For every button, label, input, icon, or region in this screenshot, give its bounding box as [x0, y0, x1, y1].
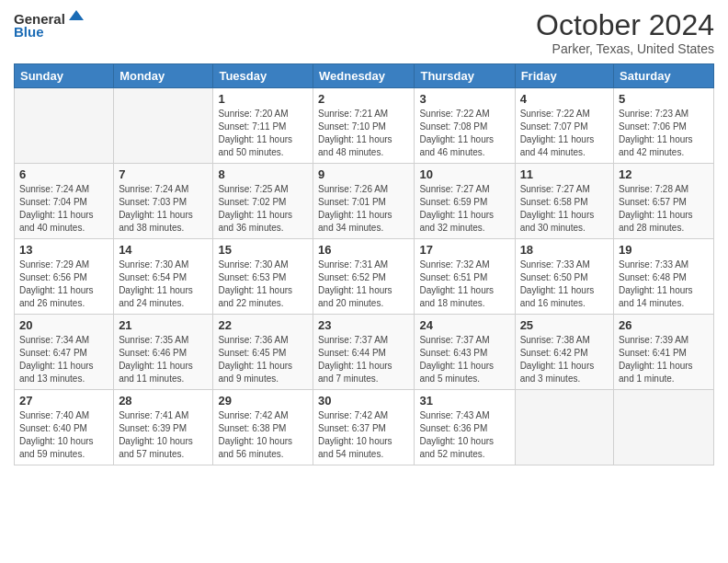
col-monday: Monday	[114, 64, 213, 88]
day-info: Sunrise: 7:23 AMSunset: 7:06 PMDaylight:…	[619, 108, 709, 159]
calendar-table: Sunday Monday Tuesday Wednesday Thursday…	[14, 63, 714, 465]
calendar-cell	[614, 390, 714, 465]
col-wednesday: Wednesday	[313, 64, 415, 88]
calendar-cell: 23Sunrise: 7:37 AMSunset: 6:44 PMDayligh…	[313, 315, 415, 390]
day-number: 20	[19, 318, 108, 332]
calendar-cell	[114, 88, 213, 164]
day-info: Sunrise: 7:32 AMSunset: 6:51 PMDaylight:…	[419, 259, 509, 310]
main-title: October 2024	[536, 9, 714, 41]
day-number: 2	[318, 92, 409, 106]
day-info: Sunrise: 7:30 AMSunset: 6:53 PMDaylight:…	[218, 259, 308, 310]
day-number: 21	[119, 318, 208, 332]
day-info: Sunrise: 7:43 AMSunset: 6:36 PMDaylight:…	[419, 409, 509, 461]
day-info: Sunrise: 7:41 AMSunset: 6:39 PMDaylight:…	[119, 409, 208, 461]
calendar-cell: 10Sunrise: 7:27 AMSunset: 6:59 PMDayligh…	[415, 164, 515, 239]
day-info: Sunrise: 7:33 AMSunset: 6:48 PMDaylight:…	[619, 259, 709, 310]
day-number: 18	[520, 243, 609, 257]
day-info: Sunrise: 7:25 AMSunset: 7:02 PMDaylight:…	[218, 183, 308, 235]
day-number: 29	[218, 394, 308, 408]
col-sunday: Sunday	[15, 64, 114, 88]
day-number: 15	[218, 243, 308, 257]
day-info: Sunrise: 7:30 AMSunset: 6:54 PMDaylight:…	[119, 259, 208, 310]
calendar-cell: 22Sunrise: 7:36 AMSunset: 6:45 PMDayligh…	[213, 315, 313, 390]
day-info: Sunrise: 7:29 AMSunset: 6:56 PMDaylight:…	[19, 259, 108, 310]
calendar-cell: 13Sunrise: 7:29 AMSunset: 6:56 PMDayligh…	[15, 239, 114, 315]
calendar-cell: 30Sunrise: 7:42 AMSunset: 6:37 PMDayligh…	[313, 390, 415, 465]
calendar-cell: 18Sunrise: 7:33 AMSunset: 6:50 PMDayligh…	[515, 239, 613, 315]
day-info: Sunrise: 7:36 AMSunset: 6:45 PMDaylight:…	[218, 334, 308, 385]
day-number: 25	[520, 318, 609, 332]
day-info: Sunrise: 7:40 AMSunset: 6:40 PMDaylight:…	[19, 409, 108, 461]
day-info: Sunrise: 7:22 AMSunset: 7:08 PMDaylight:…	[419, 108, 509, 159]
calendar-cell: 24Sunrise: 7:37 AMSunset: 6:43 PMDayligh…	[415, 315, 515, 390]
calendar-cell	[515, 390, 613, 465]
day-number: 4	[520, 92, 609, 106]
day-number: 24	[419, 318, 509, 332]
day-number: 5	[619, 92, 709, 106]
calendar-week-row: 6Sunrise: 7:24 AMSunset: 7:04 PMDaylight…	[15, 164, 714, 239]
calendar-cell: 7Sunrise: 7:24 AMSunset: 7:03 PMDaylight…	[114, 164, 213, 239]
calendar-cell: 17Sunrise: 7:32 AMSunset: 6:51 PMDayligh…	[415, 239, 515, 315]
day-number: 8	[218, 167, 308, 181]
logo: General Blue	[14, 9, 86, 40]
day-number: 19	[619, 243, 709, 257]
day-info: Sunrise: 7:24 AMSunset: 7:03 PMDaylight:…	[119, 183, 208, 235]
day-number: 9	[318, 167, 409, 181]
calendar-cell: 20Sunrise: 7:34 AMSunset: 6:47 PMDayligh…	[15, 315, 114, 390]
day-info: Sunrise: 7:20 AMSunset: 7:11 PMDaylight:…	[218, 108, 308, 159]
day-number: 27	[19, 394, 108, 408]
day-info: Sunrise: 7:27 AMSunset: 6:59 PMDaylight:…	[419, 183, 509, 235]
calendar-cell: 29Sunrise: 7:42 AMSunset: 6:38 PMDayligh…	[213, 390, 313, 465]
col-thursday: Thursday	[415, 64, 515, 88]
calendar-cell: 21Sunrise: 7:35 AMSunset: 6:46 PMDayligh…	[114, 315, 213, 390]
day-info: Sunrise: 7:35 AMSunset: 6:46 PMDaylight:…	[119, 334, 208, 385]
day-info: Sunrise: 7:33 AMSunset: 6:50 PMDaylight:…	[520, 259, 609, 310]
calendar-cell: 14Sunrise: 7:30 AMSunset: 6:54 PMDayligh…	[114, 239, 213, 315]
calendar-cell: 5Sunrise: 7:23 AMSunset: 7:06 PMDaylight…	[614, 88, 714, 164]
day-info: Sunrise: 7:39 AMSunset: 6:41 PMDaylight:…	[619, 334, 709, 385]
calendar-cell: 6Sunrise: 7:24 AMSunset: 7:04 PMDaylight…	[15, 164, 114, 239]
logo-icon	[66, 7, 86, 28]
calendar-cell: 3Sunrise: 7:22 AMSunset: 7:08 PMDaylight…	[415, 88, 515, 164]
calendar-cell: 26Sunrise: 7:39 AMSunset: 6:41 PMDayligh…	[614, 315, 714, 390]
col-saturday: Saturday	[614, 64, 714, 88]
day-number: 16	[318, 243, 409, 257]
day-number: 23	[318, 318, 409, 332]
calendar-cell: 8Sunrise: 7:25 AMSunset: 7:02 PMDaylight…	[213, 164, 313, 239]
day-number: 22	[218, 318, 308, 332]
header: General Blue October 2024 Parker, Texas,…	[14, 9, 714, 56]
calendar-cell: 9Sunrise: 7:26 AMSunset: 7:01 PMDaylight…	[313, 164, 415, 239]
calendar-week-row: 13Sunrise: 7:29 AMSunset: 6:56 PMDayligh…	[15, 239, 714, 315]
day-number: 30	[318, 394, 409, 408]
calendar-week-row: 1Sunrise: 7:20 AMSunset: 7:11 PMDaylight…	[15, 88, 714, 164]
calendar-cell: 25Sunrise: 7:38 AMSunset: 6:42 PMDayligh…	[515, 315, 613, 390]
col-friday: Friday	[515, 64, 613, 88]
day-number: 11	[520, 167, 609, 181]
day-number: 12	[619, 167, 709, 181]
day-number: 7	[119, 167, 208, 181]
calendar-week-row: 27Sunrise: 7:40 AMSunset: 6:40 PMDayligh…	[15, 390, 714, 465]
day-info: Sunrise: 7:34 AMSunset: 6:47 PMDaylight:…	[19, 334, 108, 385]
calendar-cell: 4Sunrise: 7:22 AMSunset: 7:07 PMDaylight…	[515, 88, 613, 164]
col-tuesday: Tuesday	[213, 64, 313, 88]
calendar-cell: 31Sunrise: 7:43 AMSunset: 6:36 PMDayligh…	[415, 390, 515, 465]
calendar-cell: 1Sunrise: 7:20 AMSunset: 7:11 PMDaylight…	[213, 88, 313, 164]
day-number: 1	[218, 92, 308, 106]
calendar-cell: 15Sunrise: 7:30 AMSunset: 6:53 PMDayligh…	[213, 239, 313, 315]
day-info: Sunrise: 7:21 AMSunset: 7:10 PMDaylight:…	[318, 108, 409, 159]
day-number: 14	[119, 243, 208, 257]
day-info: Sunrise: 7:38 AMSunset: 6:42 PMDaylight:…	[520, 334, 609, 385]
calendar-cell: 12Sunrise: 7:28 AMSunset: 6:57 PMDayligh…	[614, 164, 714, 239]
day-number: 6	[19, 167, 108, 181]
calendar-header-row: Sunday Monday Tuesday Wednesday Thursday…	[15, 64, 714, 88]
svg-marker-0	[69, 10, 84, 20]
day-info: Sunrise: 7:28 AMSunset: 6:57 PMDaylight:…	[619, 183, 709, 235]
logo-blue-text: Blue	[14, 24, 44, 40]
day-number: 3	[419, 92, 509, 106]
calendar-week-row: 20Sunrise: 7:34 AMSunset: 6:47 PMDayligh…	[15, 315, 714, 390]
day-number: 31	[419, 394, 509, 408]
day-info: Sunrise: 7:31 AMSunset: 6:52 PMDaylight:…	[318, 259, 409, 310]
day-info: Sunrise: 7:42 AMSunset: 6:37 PMDaylight:…	[318, 409, 409, 461]
day-info: Sunrise: 7:37 AMSunset: 6:43 PMDaylight:…	[419, 334, 509, 385]
day-info: Sunrise: 7:22 AMSunset: 7:07 PMDaylight:…	[520, 108, 609, 159]
